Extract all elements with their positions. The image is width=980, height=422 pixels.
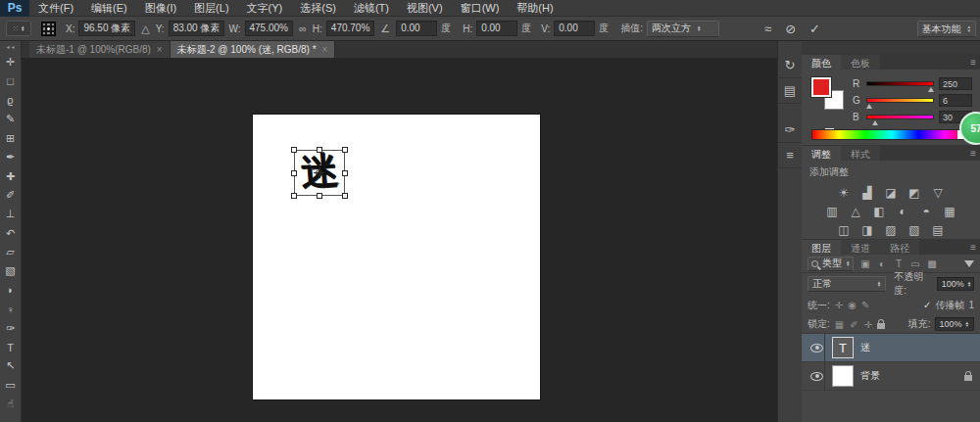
adjustments-panel-tab-1[interactable]: 样式 xyxy=(841,146,880,161)
paragraph-panel-icon[interactable]: ≡ xyxy=(778,143,803,168)
lock-image-icon[interactable]: ✐ xyxy=(849,319,858,330)
pen-tool[interactable]: ✑ xyxy=(0,318,22,337)
unify-position-icon[interactable]: ✛ xyxy=(834,300,844,310)
height-input[interactable]: 470.70% xyxy=(326,21,374,36)
background-layer-thumbnail[interactable] xyxy=(832,365,854,387)
menu-item-1[interactable]: 编辑(E) xyxy=(82,0,136,17)
history-panel-icon[interactable]: ↻ xyxy=(778,53,803,78)
width-input[interactable]: 475.00% xyxy=(245,21,293,36)
document-tab-2[interactable]: 未标题-2 @ 100% (迷, RGB/8) *× xyxy=(171,41,336,58)
adjustments-panel-tab-0[interactable]: 调整 xyxy=(802,146,841,161)
rectangle-tool[interactable]: ▭ xyxy=(0,376,22,395)
marquee-tool[interactable]: □ xyxy=(0,71,22,90)
black-white-icon[interactable]: ◧ xyxy=(871,204,888,218)
y-input[interactable]: 83.00 像素 xyxy=(169,21,225,36)
panel-menu-icon[interactable]: ≡ xyxy=(970,242,976,253)
menu-item-0[interactable]: 文件(F) xyxy=(29,0,82,17)
transform-handle[interactable] xyxy=(342,170,348,176)
channel-value-input[interactable]: 250 xyxy=(939,77,972,90)
visibility-eye-icon[interactable] xyxy=(810,344,823,352)
layer-row-2[interactable]: 背景 xyxy=(802,362,980,391)
transform-reference-point[interactable] xyxy=(316,169,322,176)
menu-item-2[interactable]: 图像(I) xyxy=(136,0,185,17)
channel-slider[interactable] xyxy=(866,81,934,86)
gradient-tool[interactable]: ▧ xyxy=(0,261,22,280)
color-panel-tab-0[interactable]: 颜色 xyxy=(802,55,841,70)
foreground-color-swatch[interactable] xyxy=(811,77,831,97)
menu-item-9[interactable]: 帮助(H) xyxy=(508,0,562,17)
slider-thumb-icon[interactable] xyxy=(872,120,878,125)
visibility-cell[interactable] xyxy=(809,334,825,361)
menu-item-5[interactable]: 选择(S) xyxy=(291,0,345,17)
reference-point-locator[interactable] xyxy=(41,22,56,36)
angle-input[interactable]: 0.00 xyxy=(396,21,437,36)
layers-panel-tab-0[interactable]: 图层 xyxy=(802,240,841,255)
blend-mode-select[interactable]: 正常 xyxy=(808,276,886,292)
type-tool[interactable]: T xyxy=(0,338,22,356)
propagate-checkbox[interactable]: ✓ xyxy=(923,300,931,310)
color-balance-icon[interactable]: △ xyxy=(848,204,864,218)
transform-handle[interactable] xyxy=(317,193,322,199)
document-canvas[interactable]: 迷 xyxy=(253,115,540,399)
levels-icon[interactable]: ▟ xyxy=(859,185,876,200)
fill-input[interactable]: 100% xyxy=(935,317,975,331)
curves-icon[interactable]: ◪ xyxy=(883,185,900,200)
transform-handle[interactable] xyxy=(291,147,297,153)
transform-handle[interactable] xyxy=(317,147,322,153)
filter-type-layers-icon[interactable]: T xyxy=(891,258,906,269)
invert-icon[interactable]: ◫ xyxy=(836,222,853,237)
layer-name[interactable]: 迷 xyxy=(860,341,870,354)
panel-menu-icon[interactable]: ≡ xyxy=(970,57,976,68)
layer-filter-select[interactable]: 类型 xyxy=(808,257,854,271)
color-lookup-icon[interactable]: ▦ xyxy=(942,204,958,218)
document-tab-1[interactable]: 未标题-1 @ 100%(RGB/8)× xyxy=(29,41,171,58)
panel-menu-icon[interactable]: ≡ xyxy=(970,148,976,159)
eyedropper-tool[interactable]: ✒ xyxy=(0,148,22,166)
menu-item-3[interactable]: 图层(L) xyxy=(185,0,237,17)
vskew-input[interactable]: 0.00 xyxy=(554,21,595,36)
cancel-transform-icon[interactable]: ⊘ xyxy=(785,22,796,36)
hue-saturation-icon[interactable]: ▥ xyxy=(824,204,841,218)
threshold-icon[interactable]: ▨ xyxy=(883,222,900,237)
layers-panel-tab-2[interactable]: 路径 xyxy=(880,240,919,255)
slider-thumb-icon[interactable] xyxy=(928,87,934,92)
color-spectrum-bar[interactable] xyxy=(811,129,972,140)
transform-handle[interactable] xyxy=(342,193,348,199)
visibility-cell[interactable] xyxy=(809,362,825,390)
commit-transform-icon[interactable]: ✓ xyxy=(809,22,820,36)
channel-mixer-icon[interactable]: ◓ xyxy=(918,204,935,218)
channel-slider[interactable] xyxy=(866,98,934,103)
lock-transparent-icon[interactable]: ▦ xyxy=(834,319,845,330)
tab-close-icon[interactable]: × xyxy=(157,44,163,55)
menu-item-7[interactable]: 视图(V) xyxy=(398,0,452,17)
clone-stamp-tool[interactable]: ⊥ xyxy=(0,205,22,223)
transform-handle[interactable] xyxy=(291,193,297,199)
free-transform-bounding-box[interactable]: 迷 xyxy=(294,150,345,196)
hand-tool[interactable]: ☝ xyxy=(0,395,22,413)
text-layer-thumbnail[interactable]: T xyxy=(832,337,854,358)
filter-toggle-icon[interactable] xyxy=(964,260,974,267)
move-tool[interactable]: ✛ xyxy=(0,53,22,71)
brush-tool[interactable]: ✐ xyxy=(0,186,22,205)
menu-item-6[interactable]: 滤镜(T) xyxy=(345,0,398,17)
unify-visibility-icon[interactable]: ◉ xyxy=(847,300,858,310)
gradient-map-icon[interactable]: ▤ xyxy=(930,222,947,237)
hskew-input[interactable]: 0.00 xyxy=(476,21,517,36)
x-input[interactable]: 96.50 像素 xyxy=(78,21,135,36)
layers-panel-tab-1[interactable]: 通道 xyxy=(841,240,880,255)
canvas-workspace[interactable]: 迷 xyxy=(22,58,777,422)
link-dimensions-icon[interactable]: ∞ xyxy=(297,23,309,34)
selective-color-icon[interactable]: ▧ xyxy=(906,222,923,237)
crop-tool[interactable]: ⊞ xyxy=(0,129,22,148)
posterize-icon[interactable]: ◨ xyxy=(859,222,876,237)
channel-value-input[interactable]: 6 xyxy=(939,94,972,107)
filter-smart-objects-icon[interactable]: ▩ xyxy=(924,258,939,269)
path-selection-tool[interactable]: ↖ xyxy=(0,356,22,375)
quick-selection-tool[interactable]: ✎ xyxy=(0,110,22,128)
character-panel-icon[interactable]: ✑ xyxy=(778,117,803,143)
relative-positioning-icon[interactable]: △ xyxy=(139,23,151,35)
menu-item-4[interactable]: 文字(Y) xyxy=(238,0,292,17)
slider-thumb-icon[interactable] xyxy=(866,104,872,109)
lock-all-icon[interactable] xyxy=(877,323,885,329)
lasso-tool[interactable]: ϱ xyxy=(0,91,22,110)
